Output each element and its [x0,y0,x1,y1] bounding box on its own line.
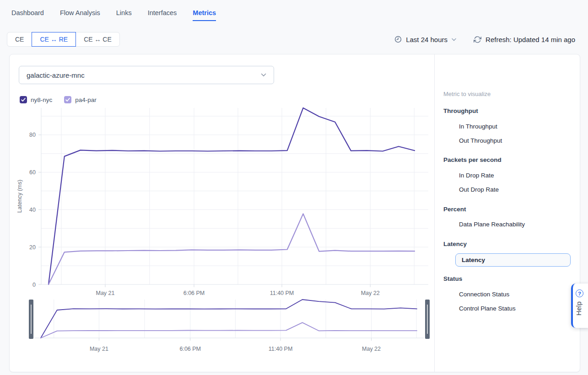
chevron-down-icon [261,73,266,77]
legend-label: pa4-par [75,96,97,103]
metric-item-connection-status[interactable]: Connection Status [459,291,509,298]
svg-text:6:06 PM: 6:06 PM [183,290,205,296]
latency-line-chart[interactable]: May 216:06 PM11:40 PMMay 22020406080Late… [14,105,435,301]
refresh-status-label: Refresh: Updated 14 min ago [486,36,575,43]
metrics-page: { "nav": { "tabs": [ {"label": "Dashboar… [0,0,588,375]
metric-item-in-throughput[interactable]: In Throughput [459,123,497,130]
metric-group-status: Status [443,275,462,282]
time-range-label: Last 24 hours [406,36,448,43]
svg-text:Latency (ms): Latency (ms) [16,180,23,213]
help-button[interactable]: ? Help [571,284,588,328]
refresh-icon [474,36,481,43]
help-question-icon: ? [576,289,583,297]
tab-flow-analysis[interactable]: Flow Analysis [60,9,100,21]
svg-text:80: 80 [29,132,36,138]
svg-text:11:40 PM: 11:40 PM [270,290,294,296]
metric-item-out-throughput[interactable]: Out Throughput [459,137,502,144]
filter-ce-ce-button[interactable]: CE ↔ CE [76,32,120,47]
metrics-panel: galactic-azure-mnc ny8-nyc pa4-par May 2… [9,54,580,372]
metric-group-latency: Latency [443,241,467,247]
panel-divider [434,54,435,372]
time-range-selector[interactable]: Last 24 hours [394,36,456,43]
tab-metrics[interactable]: Metrics [193,9,216,21]
clock-icon [394,36,402,43]
svg-text:May 21: May 21 [90,346,108,352]
svg-text:40: 40 [29,207,36,213]
metric-group-packets: Packets per second [443,156,502,163]
tab-links[interactable]: Links [116,9,132,21]
metric-picker-title: Metric to visualize [443,91,491,97]
svg-text:0: 0 [32,282,36,288]
metric-group-percent: Percent [443,206,466,213]
legend-label: ny8-nyc [31,96,52,103]
svg-text:20: 20 [29,244,36,251]
filter-ce-button[interactable]: CE [7,32,32,47]
filter-ce-re-button[interactable]: CE ↔ RE [32,32,76,47]
svg-text:May 22: May 22 [362,346,381,352]
metric-item-out-drop-rate[interactable]: Out Drop Rate [459,186,499,193]
svg-text:May 22: May 22 [361,290,380,296]
top-nav: Dashboard Flow Analysis Links Interfaces… [11,9,216,21]
connection-type-filter: CE CE ↔ RE CE ↔ CE [7,32,120,47]
time-controls: Last 24 hours Refresh: Updated 14 min ag… [394,32,575,47]
refresh-control[interactable]: Refresh: Updated 14 min ago [474,36,575,43]
svg-text:11:40 PM: 11:40 PM [269,346,293,352]
metric-item-latency-selected[interactable]: Latency [455,253,571,267]
brush-range-selector[interactable]: May 216:06 PM11:40 PMMay 22 [14,297,435,356]
metric-item-data-plane-reachability[interactable]: Data Plane Reachability [459,221,525,228]
device-select[interactable]: galactic-azure-mnc [19,66,274,84]
tab-interfaces[interactable]: Interfaces [148,9,177,21]
tab-dashboard[interactable]: Dashboard [11,9,44,21]
checkbox-checked-icon [64,96,71,103]
svg-text:6:06 PM: 6:06 PM [179,346,201,352]
chevron-down-icon [452,38,456,41]
metric-item-in-drop-rate[interactable]: In Drop Rate [459,172,494,179]
checkbox-checked-icon [20,96,27,103]
series-legend: ny8-nyc pa4-par [20,96,97,103]
metric-item-control-plane-status[interactable]: Control Plane Status [459,305,516,312]
legend-item-ny8-nyc[interactable]: ny8-nyc [20,96,52,103]
help-label: Help [575,301,583,316]
svg-text:60: 60 [29,169,36,176]
metric-group-throughput: Throughput [443,107,478,114]
svg-text:May 21: May 21 [96,290,115,296]
device-select-value: galactic-azure-mnc [27,71,85,79]
legend-item-pa4-par[interactable]: pa4-par [64,96,97,103]
